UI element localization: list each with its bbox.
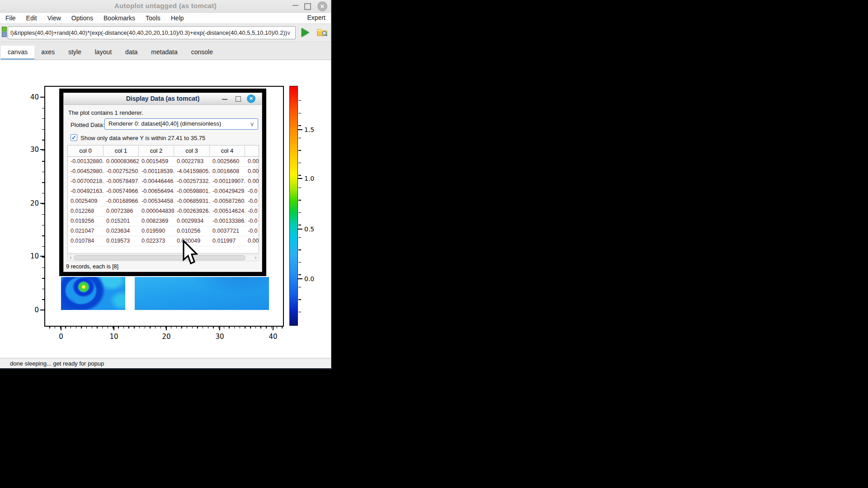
dialog-close-icon[interactable]: × [247,94,255,103]
table-cell[interactable]: -0.0 [245,216,259,226]
table-cell[interactable]: -0.00446446... [139,177,174,186]
menu-item-help[interactable]: Help [171,14,184,22]
plotted-data-select[interactable]: Renderer 0: dataset[40,40] (dimensionles… [104,118,258,130]
dialog-minimize-icon[interactable] [222,99,227,100]
table-cell[interactable]: -0.0 [245,187,259,196]
menu-item-bookmarks[interactable]: Bookmarks [104,14,135,22]
table-cell[interactable]: 0.0015459 [139,157,174,166]
table-cell[interactable]: -0.0 [245,206,259,216]
scroll-left-icon[interactable]: ‹ [68,255,74,261]
table-cell[interactable]: -0.00132880... [68,157,104,166]
filter-checkbox[interactable]: ✓ [71,134,77,141]
table-cell[interactable]: 0.00 [245,167,259,176]
table-cell[interactable]: 0.010784 [68,236,104,246]
column-header[interactable]: col 1 [104,145,139,156]
table-row[interactable]: -0.00492163...-0.00574966...-0.00656494.… [68,187,259,197]
tab-layout[interactable]: layout [88,46,118,60]
table-row[interactable]: 0.0192560.0152010.00823690.0029934-0.001… [68,216,259,226]
column-header[interactable] [245,145,259,156]
table-cell[interactable]: 0.011997 [210,236,245,246]
table-cell[interactable]: -0.00574966... [104,187,139,196]
table-cell[interactable]: 0.0022783 [174,157,210,166]
table-cell[interactable]: -4.04159805... [174,167,210,176]
table-cell[interactable]: 0.0025409 [68,197,104,206]
menu-item-options[interactable]: Options [71,14,93,22]
table-cell[interactable]: -0.00263926... [174,206,210,216]
dialog-maximize-icon[interactable] [236,96,241,102]
table-cell[interactable]: 0.0037721 [210,226,245,236]
window-close-icon[interactable]: × [317,1,327,11]
table-cell[interactable]: -0.00118539... [139,167,174,176]
tab-data[interactable]: data [118,46,144,60]
plotted-data-dropdown-icon[interactable]: ∨ [250,121,255,127]
table-row[interactable]: 0.0025409-0.00168966...-0.00534458...-0.… [68,197,259,206]
tab-canvas[interactable]: canvas [1,46,34,60]
table-row[interactable]: -0.00452980...-0.00275250...-0.00118539.… [68,167,259,177]
table-cell[interactable]: -0.0 [245,197,259,206]
table-cell[interactable]: -0.00685931... [174,197,210,206]
table-cell[interactable]: -0.00119907... [210,177,245,186]
table-cell[interactable]: -0.00534458... [139,197,174,206]
table-cell[interactable]: -0.0 [245,226,259,236]
heatmap-segment-left[interactable] [61,277,125,310]
table-horizontal-scrollbar[interactable]: ‹ › [67,254,259,261]
table-cell[interactable]: -0.00598801... [174,187,210,196]
tab-style[interactable]: style [61,46,88,60]
table-cell[interactable]: -0.00492163... [68,187,104,196]
table-cell[interactable]: 0.012268 [68,206,104,216]
column-header[interactable]: col 2 [139,145,174,156]
tab-console[interactable]: console [184,46,220,60]
expert-mode-label[interactable]: Expert [307,14,326,21]
table-cell[interactable]: 0.000044839 [139,206,174,216]
menu-item-file[interactable]: File [5,14,16,22]
table-cell[interactable]: 0.015201 [104,216,139,226]
table-cell[interactable]: 0.000083662 [104,157,139,166]
table-cell[interactable]: -0.00700218... [68,177,104,186]
table-cell[interactable]: 0.0082369 [139,216,174,226]
table-cell[interactable]: 0.019590 [139,226,174,236]
table-cell[interactable]: 0.019256 [68,216,104,226]
table-cell[interactable]: -0.00275250... [104,167,139,176]
table-row[interactable]: 0.0107840.0195730.0223730.0200490.011997… [68,236,259,246]
table-cell[interactable]: 0.0025660 [210,157,245,166]
table-cell[interactable]: -0.00656494... [139,187,174,196]
colorbar[interactable] [289,86,298,326]
table-row[interactable]: 0.0122680.00723860.000044839-0.00263926.… [68,206,259,216]
column-header[interactable]: col 3 [174,145,210,156]
table-cell[interactable]: -0.00429429... [210,187,245,196]
table-cell[interactable]: -0.00168966... [104,197,139,206]
table-cell[interactable]: -0.00133386... [210,216,245,226]
tab-metadata[interactable]: metadata [144,46,184,60]
menu-item-view[interactable]: View [47,14,61,22]
table-cell[interactable]: -0.00257332... [174,177,210,186]
window-minimize-icon[interactable] [292,5,298,6]
dialog-titlebar[interactable]: Display Data (as tomcat) × [64,93,262,105]
table-row[interactable]: 0.0210470.0236340.0195900.0102560.003772… [68,226,259,236]
plot-go-button[interactable] [298,26,313,40]
table-cell[interactable]: -0.00452980... [68,167,104,176]
menu-item-edit[interactable]: Edit [26,14,37,22]
table-cell[interactable]: 0.00 [245,177,259,186]
table-row[interactable]: -0.00132880...0.0000836620.00154590.0022… [68,157,259,167]
table-cell[interactable]: 0.00 [245,157,259,166]
table-cell[interactable]: 0.010256 [174,226,210,236]
table-cell[interactable]: 0.0029934 [174,216,210,226]
menu-item-tools[interactable]: Tools [146,14,160,22]
column-header[interactable]: col 4 [210,145,245,156]
table-cell[interactable]: 0.00 [245,236,259,246]
heatmap-segment-right[interactable] [135,277,269,310]
scrollbar-thumb[interactable] [74,255,245,260]
window-maximize-icon[interactable] [304,3,311,10]
table-row[interactable]: -0.00700218...-0.00578497...-0.00446446.… [68,177,259,187]
column-header[interactable]: col 0 [68,145,104,156]
window-titlebar[interactable]: Autoplot untagged (as tomcat) × [0,0,331,13]
inspect-uri-button[interactable] [316,26,330,40]
uri-dropdown-icon[interactable]: ∨ [287,29,291,36]
tab-axes[interactable]: axes [34,46,61,60]
table-cell[interactable]: 0.023634 [104,226,139,236]
table-cell[interactable]: -0.00514624... [210,206,245,216]
table-cell[interactable]: 0.022373 [139,236,174,246]
table-cell[interactable]: 0.0016608 [210,167,245,176]
table-cell[interactable]: 0.021047 [68,226,104,236]
table-cell[interactable]: 0.019573 [104,236,139,246]
